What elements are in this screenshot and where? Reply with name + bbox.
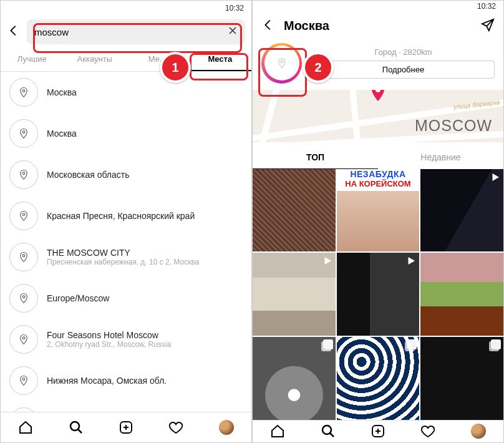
nav-profile-avatar[interactable]	[471, 424, 486, 439]
result-title: Москва	[47, 129, 77, 139]
bottom-nav	[253, 420, 503, 442]
tab-best[interactable]: Лучшие	[1, 48, 64, 71]
search-result-item[interactable]: Красная Пресня, Красноярский край	[1, 195, 251, 236]
location-pin-icon	[9, 243, 38, 271]
post-thumb[interactable]	[420, 337, 503, 420]
location-story-ring[interactable]	[261, 43, 302, 84]
location-map[interactable]: улица Варварка MOSCOW	[253, 90, 503, 142]
post-thumb[interactable]	[253, 169, 336, 252]
more-info-button[interactable]: Подробнее	[312, 61, 495, 79]
svg-point-6	[22, 337, 25, 339]
bottom-nav	[1, 412, 251, 442]
location-pin-icon	[9, 78, 38, 107]
nav-home-icon[interactable]	[270, 424, 285, 439]
share-icon[interactable]	[481, 18, 495, 34]
map-city-label: MOSCOW	[415, 117, 492, 135]
result-title: Красная Пресня, Красноярский край	[47, 211, 195, 221]
map-pin-icon	[367, 90, 389, 105]
search-field[interactable]	[27, 19, 245, 44]
nav-home-icon[interactable]	[18, 420, 33, 435]
carousel-icon	[407, 339, 417, 349]
search-result-item[interactable]: Московская область	[1, 154, 251, 195]
svg-point-10	[70, 422, 79, 431]
post-thumb[interactable]	[337, 253, 420, 336]
clear-icon[interactable]	[226, 24, 239, 39]
post-thumb[interactable]	[253, 337, 336, 420]
svg-point-12	[281, 61, 283, 63]
location-summary: Город · 2820km Подробнее	[253, 41, 503, 86]
svg-point-5	[22, 296, 25, 298]
nav-activity-icon[interactable]	[168, 420, 183, 435]
tab-accounts[interactable]: Аккаунты	[64, 48, 127, 71]
posts-grid: НЕЗАБУДКА НА КОРЕЙСКОМ	[253, 169, 503, 420]
result-title: Four Seasons Hotel Moscow	[47, 330, 171, 340]
video-play-icon	[490, 172, 501, 185]
location-pin-icon	[9, 202, 38, 230]
search-results: МоскваМоскваМосковская областьКрасная Пр…	[1, 72, 251, 412]
svg-point-7	[22, 378, 25, 381]
location-pin-icon	[9, 325, 38, 354]
carousel-icon	[491, 339, 501, 349]
video-play-icon	[322, 255, 333, 269]
location-title: Москва	[284, 19, 329, 33]
status-bar: 10:32	[253, 1, 503, 12]
svg-point-0	[22, 90, 25, 92]
location-meta: Город · 2820km	[312, 47, 495, 57]
post-thumb[interactable]	[420, 169, 503, 252]
back-arrow-icon[interactable]	[7, 24, 21, 40]
back-arrow-icon[interactable]	[261, 18, 275, 34]
search-result-item[interactable]: Москва	[1, 113, 251, 154]
svg-point-4	[22, 255, 25, 257]
nav-search-icon[interactable]	[321, 424, 336, 439]
result-title: THE MOSCOW CITY	[47, 248, 199, 258]
location-pin-icon	[9, 366, 38, 395]
post-thumb[interactable]	[337, 337, 420, 420]
phone-right-location: 10:32 Москва Город · 2820km Подробнее ул…	[252, 0, 504, 443]
location-pin-icon	[9, 119, 38, 148]
phone-left-search: 10:32 Лучшие Аккаунты Ме... Места Москва…	[0, 0, 252, 443]
svg-point-1	[22, 131, 25, 134]
clock: 10:32	[225, 4, 244, 12]
search-input[interactable]	[33, 26, 226, 38]
post-text-line1: НЕЗАБУДКА	[350, 169, 405, 179]
svg-point-3	[22, 213, 25, 216]
search-bar-row	[1, 16, 251, 48]
search-result-item[interactable]: THE MOSCOW CITYПресненская набережная, д…	[1, 236, 251, 278]
nav-profile-avatar[interactable]	[219, 420, 234, 435]
tab-tags[interactable]: Ме...	[126, 48, 189, 71]
search-result-item[interactable]: Four Seasons Hotel Moscow2, Okhotny ryad…	[1, 319, 251, 360]
result-subtitle: 2, Okhotny ryad Str., Moscow, Russia	[47, 340, 171, 349]
result-title: Europe/Moscow	[47, 293, 109, 303]
nav-add-icon[interactable]	[119, 420, 133, 435]
svg-point-2	[22, 172, 25, 175]
content-tab-recent[interactable]: Недавние	[378, 146, 503, 169]
video-play-icon	[405, 255, 417, 269]
content-tabs: ТОП Недавние	[253, 146, 503, 169]
search-result-item[interactable]: Europe/Moscow	[1, 278, 251, 319]
location-pin-icon	[9, 160, 38, 189]
nav-activity-icon[interactable]	[420, 424, 435, 439]
search-result-item[interactable]: Москва	[1, 72, 251, 113]
search-result-item[interactable]: Нижняя Мосара, Омская обл.	[1, 360, 251, 401]
post-thumb[interactable]	[253, 253, 336, 336]
post-thumb[interactable]	[420, 253, 503, 336]
post-thumb[interactable]: НЕЗАБУДКА НА КОРЕЙСКОМ	[337, 169, 420, 252]
result-title: Нижняя Мосара, Омская обл.	[47, 376, 167, 386]
search-result-item[interactable]: Red Square, MoscowКрасная площадь	[1, 401, 251, 412]
result-title: Московская область	[47, 170, 129, 180]
carousel-icon	[323, 339, 333, 349]
location-header: Москва	[253, 12, 503, 41]
tab-places[interactable]: Места	[189, 48, 252, 71]
nav-add-icon[interactable]	[371, 424, 385, 439]
result-subtitle: Пресненская набережная, д. 10 с 2, Москв…	[47, 258, 199, 266]
status-bar: 10:32	[1, 1, 251, 16]
result-title: Москва	[47, 87, 77, 97]
svg-point-14	[322, 426, 331, 434]
location-pin-icon	[9, 284, 38, 313]
location-pin-icon	[9, 407, 38, 412]
content-tab-top[interactable]: ТОП	[253, 146, 378, 169]
clock: 10:32	[477, 2, 496, 11]
search-tabs: Лучшие Аккаунты Ме... Места	[1, 48, 251, 72]
post-text-line2: НА КОРЕЙСКОМ	[345, 179, 410, 188]
nav-search-icon[interactable]	[69, 420, 84, 435]
